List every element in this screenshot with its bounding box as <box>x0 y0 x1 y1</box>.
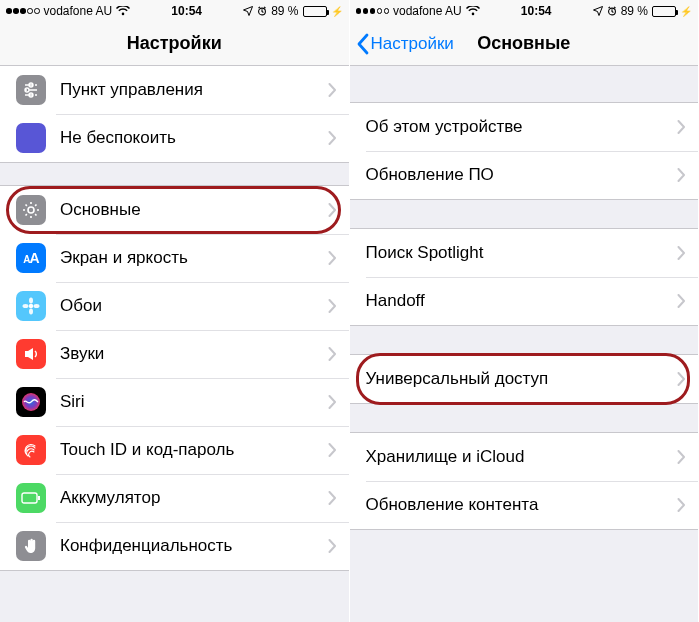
settings-row-touchid[interactable]: Touch ID и код-пароль <box>0 426 349 474</box>
chevron-right-icon <box>677 120 686 134</box>
navbar-general: Настройки Основные <box>350 22 699 66</box>
battery-icon <box>652 6 676 17</box>
chevron-right-icon <box>328 203 337 217</box>
chevron-right-icon <box>677 372 686 386</box>
general-row-about[interactable]: Об этом устройстве <box>350 103 699 151</box>
row-label: Конфиденциальность <box>60 536 328 556</box>
svg-point-4 <box>29 309 33 315</box>
chevron-right-icon <box>328 491 337 505</box>
hand-icon <box>16 531 46 561</box>
status-bar: vodafone AU 10:54 89 % ⚡ <box>0 0 349 22</box>
page-title: Основные <box>477 33 570 54</box>
settings-row-display[interactable]: AAЭкран и яркость <box>0 234 349 282</box>
signal-dots-icon <box>356 8 390 14</box>
general-row-refresh[interactable]: Обновление контента <box>350 481 699 529</box>
clock-label: 10:54 <box>521 4 552 18</box>
svg-point-2 <box>29 304 33 308</box>
row-label: Обновление контента <box>366 495 678 515</box>
battery-icon <box>303 6 327 17</box>
svg-rect-9 <box>38 496 40 500</box>
svg-point-3 <box>29 298 33 304</box>
chevron-right-icon <box>677 294 686 308</box>
alarm-icon <box>607 6 617 16</box>
row-label: Экран и яркость <box>60 248 328 268</box>
gear-icon <box>16 195 46 225</box>
svg-rect-8 <box>22 493 37 503</box>
chevron-right-icon <box>328 131 337 145</box>
row-label: Siri <box>60 392 328 412</box>
settings-row-control-center[interactable]: Пункт управления <box>0 66 349 114</box>
general-row-accessibility[interactable]: Универсальный доступ <box>350 355 699 403</box>
general-list[interactable]: Об этом устройствеОбновление ПОПоиск Spo… <box>350 66 699 622</box>
svg-point-6 <box>34 304 40 308</box>
row-label: Обновление ПО <box>366 165 678 185</box>
wifi-icon <box>466 6 480 16</box>
row-label: Поиск Spotlight <box>366 243 678 263</box>
navbar-settings: Настройки <box>0 22 349 66</box>
settings-row-general[interactable]: Основные <box>0 186 349 234</box>
signal-dots-icon <box>6 8 40 14</box>
settings-row-dnd[interactable]: Не беспокоить <box>0 114 349 162</box>
wifi-icon <box>116 6 130 16</box>
chevron-right-icon <box>328 299 337 313</box>
chevron-right-icon <box>328 83 337 97</box>
location-icon <box>593 6 603 16</box>
chevron-right-icon <box>328 443 337 457</box>
carrier-label: vodafone AU <box>44 4 113 18</box>
chevron-right-icon <box>677 450 686 464</box>
settings-row-battery[interactable]: Аккумулятор <box>0 474 349 522</box>
settings-list[interactable]: Пункт управленияНе беспокоитьОсновныеAAЭ… <box>0 66 349 622</box>
control-center-icon <box>16 75 46 105</box>
clock-label: 10:54 <box>171 4 202 18</box>
siri-icon <box>16 387 46 417</box>
svg-point-1 <box>28 207 34 213</box>
chevron-right-icon <box>328 251 337 265</box>
general-row-spotlight[interactable]: Поиск Spotlight <box>350 229 699 277</box>
row-label: Обои <box>60 296 328 316</box>
row-label: Универсальный доступ <box>366 369 678 389</box>
chevron-right-icon <box>328 395 337 409</box>
charging-icon: ⚡ <box>680 6 692 17</box>
location-icon <box>243 6 253 16</box>
settings-row-siri[interactable]: Siri <box>0 378 349 426</box>
status-bar: vodafone AU 10:54 89 % ⚡ <box>350 0 699 22</box>
alarm-icon <box>257 6 267 16</box>
moon-icon <box>16 123 46 153</box>
battery-pct-label: 89 % <box>621 4 648 18</box>
carrier-label: vodafone AU <box>393 4 462 18</box>
row-label: Не беспокоить <box>60 128 328 148</box>
chevron-right-icon <box>328 539 337 553</box>
row-label: Handoff <box>366 291 678 311</box>
phone-right: vodafone AU 10:54 89 % ⚡ Настройки Основ… <box>350 0 700 622</box>
row-label: Об этом устройстве <box>366 117 678 137</box>
back-button[interactable]: Настройки <box>356 22 454 66</box>
general-row-storage[interactable]: Хранилище и iCloud <box>350 433 699 481</box>
chevron-right-icon <box>677 246 686 260</box>
chevron-right-icon <box>328 347 337 361</box>
chevron-right-icon <box>677 498 686 512</box>
fingerprint-icon <box>16 435 46 465</box>
chevron-right-icon <box>677 168 686 182</box>
row-label: Основные <box>60 200 328 220</box>
battery-pct-label: 89 % <box>271 4 298 18</box>
row-label: Звуки <box>60 344 328 364</box>
speaker-icon <box>16 339 46 369</box>
row-label: Аккумулятор <box>60 488 328 508</box>
page-title: Настройки <box>127 33 222 54</box>
phone-left: vodafone AU 10:54 89 % ⚡ Настройки Пункт… <box>0 0 350 622</box>
aa-icon: AA <box>16 243 46 273</box>
svg-point-5 <box>23 304 29 308</box>
charging-icon: ⚡ <box>331 6 343 17</box>
settings-row-wallpaper[interactable]: Обои <box>0 282 349 330</box>
flower-icon <box>16 291 46 321</box>
settings-row-privacy[interactable]: Конфиденциальность <box>0 522 349 570</box>
row-label: Хранилище и iCloud <box>366 447 678 467</box>
settings-row-sounds[interactable]: Звуки <box>0 330 349 378</box>
row-label: Пункт управления <box>60 80 328 100</box>
general-row-handoff[interactable]: Handoff <box>350 277 699 325</box>
row-label: Touch ID и код-пароль <box>60 440 328 460</box>
back-label: Настройки <box>371 34 454 54</box>
battery-icon <box>16 483 46 513</box>
general-row-software-update[interactable]: Обновление ПО <box>350 151 699 199</box>
